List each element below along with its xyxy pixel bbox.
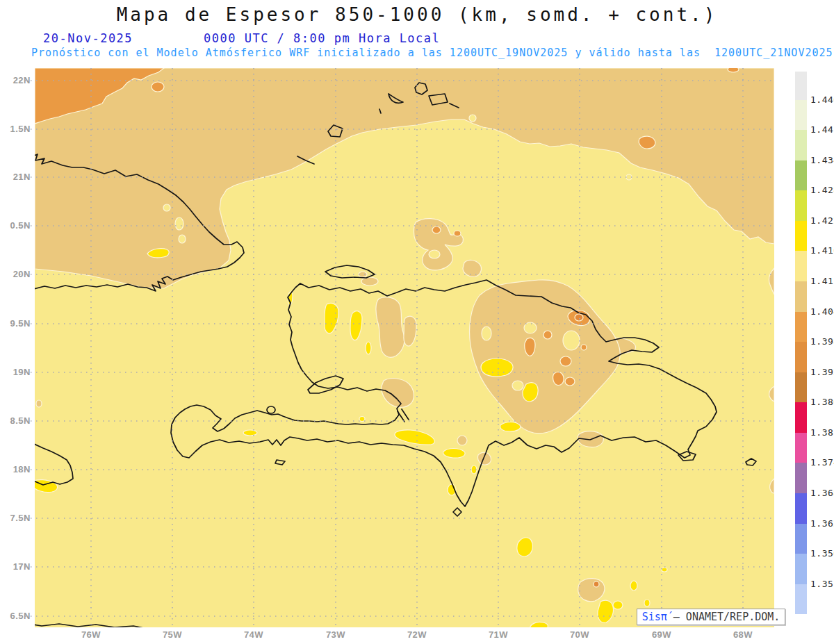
lon-label-70W: 70W — [566, 629, 594, 640]
brand-label: Sisπ́ — [642, 611, 667, 623]
colorbar-label-1.404: 1.404 — [810, 306, 834, 317]
colorbar-swatch-7 — [795, 281, 807, 312]
colorbar-swatch-3 — [795, 160, 807, 191]
colorbar-swatch-9 — [795, 342, 807, 372]
lat-label-18N: 18N — [1, 464, 31, 474]
lat-label-20N: 20N — [1, 269, 31, 279]
colorbar-label-1.38: 1.38 — [810, 427, 833, 438]
colorbar-label-1.386: 1.386 — [810, 397, 834, 407]
lat-label-19N: 19N — [1, 367, 31, 377]
colorbar-label-1.368: 1.368 — [810, 488, 834, 498]
lon-label-75W: 75W — [158, 629, 186, 640]
colorbar-swatch-16 — [795, 554, 807, 584]
colorbar-label-1.35: 1.35 — [810, 579, 833, 589]
thickness-map — [0, 0, 834, 644]
colorbar-label-1.398: 1.398 — [810, 336, 834, 347]
colorbar-label-1.416: 1.416 — [810, 245, 834, 256]
lon-label-69W: 69W — [648, 629, 676, 640]
colorbar-swatch-4 — [795, 190, 807, 221]
map-shading-layer — [24, 67, 774, 629]
colorbar-swatch-13 — [795, 463, 807, 493]
lat-label-21N: 21N — [1, 172, 31, 182]
colorbar-label-1.362: 1.362 — [810, 518, 834, 529]
lat-label-6.5N: 6.5N — [1, 611, 31, 621]
lat-label-17N: 17N — [1, 561, 31, 572]
lon-label-68W: 68W — [729, 629, 757, 640]
lat-label-0.5N: 0.5N — [1, 220, 31, 231]
lon-label-76W: 76W — [77, 629, 105, 640]
colorbar-label-1.392: 1.392 — [810, 367, 834, 377]
colorbar-swatch-14 — [795, 493, 807, 524]
colorbar-swatch-1 — [795, 100, 807, 131]
colorbar-swatch-0 — [795, 72, 807, 100]
colorbar-swatch-2 — [795, 130, 807, 160]
colorbar-label-1.434: 1.434 — [810, 155, 834, 165]
attribution-box: Sisπ́ – ONAMET/REP.DOM. — [637, 609, 785, 625]
colorbar-label-1.356: 1.356 — [810, 548, 834, 559]
colorbar-swatch-10 — [795, 372, 807, 403]
lat-label-1.5N: 1.5N — [1, 124, 31, 134]
lat-label-8.5N: 8.5N — [1, 415, 31, 426]
colorbar-label-1.374: 1.374 — [810, 457, 834, 468]
colorbar-swatch-5 — [795, 221, 807, 251]
lat-label-22N: 22N — [1, 75, 31, 85]
lon-label-74W: 74W — [240, 629, 268, 640]
lat-label-9.5N: 9.5N — [1, 318, 31, 329]
colorbar-swatch-15 — [795, 524, 807, 554]
colorbar-label-1.446: 1.446 — [810, 94, 834, 105]
colorbar-label-1.428: 1.428 — [810, 185, 834, 195]
lon-label-73W: 73W — [322, 629, 350, 640]
colorbar-swatch-12 — [795, 433, 807, 463]
lat-label-7.5N: 7.5N — [1, 513, 31, 523]
lon-label-71W: 71W — [484, 629, 512, 640]
colorbar-swatch-8 — [795, 312, 807, 342]
colorbar-label-1.422: 1.422 — [810, 215, 834, 226]
colorbar-swatch-6 — [795, 251, 807, 281]
colorbar-label-1.44: 1.44 — [810, 124, 833, 135]
colorbar-swatch-17 — [795, 584, 807, 615]
lon-label-72W: 72W — [403, 629, 431, 640]
colorbar-label-1.41: 1.41 — [810, 276, 833, 286]
colorbar-swatch-11 — [795, 402, 807, 433]
attribution-text: – ONAMET/REP.DOM. — [667, 611, 780, 623]
